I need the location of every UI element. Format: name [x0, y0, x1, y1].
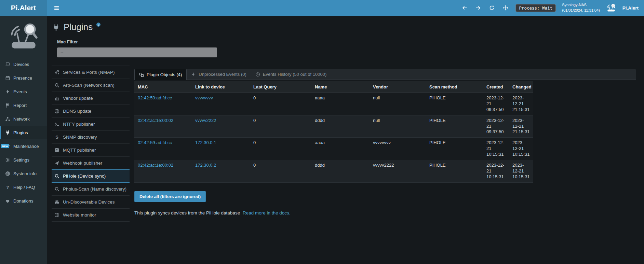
- tab-plugin-objects[interactable]: Plugin Objects (4): [134, 69, 187, 80]
- tab-unprocessed-events[interactable]: Unprocessed Events (0): [187, 69, 251, 80]
- plugin-objects-table: MAC Link to device Last Query Name Vendo…: [134, 81, 533, 183]
- last-query-cell: 0: [250, 160, 311, 183]
- docs-link[interactable]: Read more in the docs.: [243, 210, 291, 216]
- sidebar-item-donations[interactable]: Donations: [0, 194, 47, 208]
- clock-icon: [255, 72, 260, 77]
- sidebar-item-label: Report: [13, 103, 27, 108]
- plugin-item-nmap[interactable]: Services & Ports (NMAP): [52, 66, 130, 79]
- scan-method-cell: PIHOLE: [426, 93, 483, 115]
- sidebar: Devices Presence Events Report Network P…: [0, 16, 47, 264]
- plugin-item-snmp[interactable]: SNMP discovery: [52, 131, 130, 144]
- binoculars-icon: [54, 199, 59, 205]
- plugins-docs-badge[interactable]: ?: [96, 23, 100, 27]
- sidebar-item-network[interactable]: Network: [0, 112, 47, 126]
- vendor-cell: null: [370, 115, 426, 138]
- new-badge: NEW: [1, 144, 9, 148]
- sidebar-item-label: Events: [13, 89, 27, 94]
- column-header-link: Link to device: [192, 81, 250, 93]
- scan-method-cell: PIHOLE: [426, 160, 483, 183]
- forward-button[interactable]: [474, 4, 482, 12]
- topbar-right-cluster: Process: Wait Synology-NAS (01/01/2024, …: [461, 2, 639, 13]
- sidebar-item-label: Donations: [13, 198, 33, 204]
- search-icon: [54, 186, 59, 192]
- plugin-item-arpscan[interactable]: Arp-Scan (Network scan): [52, 79, 130, 92]
- sidebar-item-presence[interactable]: Presence: [0, 71, 47, 85]
- sidebar-item-report[interactable]: Report: [0, 98, 47, 112]
- changed-cell: 2023-12-21 10:15:31: [509, 160, 533, 183]
- mac-filter-label: Mac Filter: [57, 39, 636, 44]
- paper-plane-icon: [54, 161, 59, 166]
- delete-all-button[interactable]: Delete all (filters are ignored): [134, 191, 206, 202]
- changed-cell: 2023-12-21 21:15:31: [509, 93, 533, 115]
- mac-link[interactable]: 02:42:ac:1e:00:02: [138, 118, 173, 123]
- plugin-item-ntfy[interactable]: NTFY publisher: [52, 118, 130, 131]
- mac-link[interactable]: 02:42:59:ad:fd:cc: [138, 95, 172, 100]
- fullscreen-button[interactable]: [502, 4, 509, 12]
- arrow-right-icon: [475, 5, 481, 11]
- device-link[interactable]: vvvvv2222: [195, 118, 216, 123]
- sidebar-item-help-faq[interactable]: Help / FAQ: [0, 180, 47, 194]
- plugin-item-label: Website monitor: [63, 212, 96, 218]
- sidebar-item-events[interactable]: Events: [0, 85, 47, 98]
- app-name-label: Pi.Alert: [622, 5, 639, 11]
- page-title: Plugins ?: [52, 22, 636, 32]
- plugin-item-undiscoverable[interactable]: Un-Discoverable Devices: [52, 196, 130, 209]
- hamburger-icon: [54, 5, 59, 11]
- sidebar-item-devices[interactable]: Devices: [0, 57, 47, 71]
- heart-icon: [5, 198, 10, 204]
- plugin-item-webhook[interactable]: Webhook publisher: [52, 157, 130, 170]
- s-letter-icon: [54, 135, 59, 140]
- plugin-item-label: PiHole (Device sync): [63, 173, 106, 179]
- sidebar-item-system-info[interactable]: System info: [0, 167, 47, 180]
- refresh-button[interactable]: [488, 4, 496, 12]
- plugin-item-label: Pholus-Scan (Name discovery): [63, 186, 126, 192]
- plugin-item-vendor-update[interactable]: Vendor update: [52, 92, 130, 105]
- globe-icon: [54, 109, 59, 114]
- tab-label: Plugin Objects (4): [147, 72, 182, 77]
- sidebar-item-label: Plugins: [13, 130, 28, 135]
- sidebar-item-maintenance[interactable]: NEW Maintenance: [0, 139, 47, 153]
- vendor-cell: vvvvvvvv: [370, 138, 426, 160]
- brand-logo[interactable]: Pi.Alert: [0, 0, 47, 16]
- sidebar-item-label: Presence: [13, 75, 32, 81]
- column-header-mac: MAC: [134, 81, 192, 93]
- created-cell: 2023-12-21 10:15:31: [483, 138, 509, 160]
- mac-filter-input[interactable]: [57, 47, 217, 57]
- table-row: 02:42:59:ad:fd:cc vvvvvvvv 0 aaaa null P…: [134, 93, 533, 115]
- plugin-item-ddns-update[interactable]: DDNS update: [52, 105, 130, 118]
- last-query-cell: 0: [250, 115, 311, 138]
- objects-icon: [139, 72, 144, 77]
- device-link[interactable]: 172.30.0.1: [195, 140, 216, 145]
- plug-icon: [5, 130, 10, 135]
- device-link[interactable]: vvvvvvvv: [195, 95, 213, 100]
- sidebar-item-label: Settings: [13, 157, 29, 163]
- sidebar-toggle-button[interactable]: [52, 4, 61, 12]
- changed-cell: 2023-12-21 10:15:31: [509, 138, 533, 160]
- globe-icon: [54, 212, 59, 218]
- process-status-badge: Process: Wait: [515, 4, 556, 12]
- device-link[interactable]: 172.30.0.2: [195, 163, 216, 168]
- name-cell: aaaa: [311, 138, 370, 160]
- name-cell: dddd: [311, 115, 370, 138]
- arrow-left-icon: [462, 5, 467, 11]
- plugin-item-pholus[interactable]: Pholus-Scan (Name discovery): [52, 183, 130, 196]
- plugin-item-label: DDNS update: [63, 109, 91, 114]
- plugin-description: This plugin syncs devices from the PiHol…: [134, 210, 636, 216]
- tab-events-history[interactable]: Events History (50 out of 10000): [251, 69, 331, 80]
- router-magnifier-logo-icon: [7, 22, 40, 51]
- plugin-description-text: This plugin syncs devices from the PiHol…: [134, 210, 240, 216]
- mac-link[interactable]: 02:42:59:ad:fd:cc: [138, 140, 172, 145]
- name-cell: aaaa: [311, 93, 370, 115]
- network-icon: [5, 116, 10, 122]
- plugin-item-mqtt[interactable]: MQTT publisher: [52, 144, 130, 157]
- table-header-row: MAC Link to device Last Query Name Vendo…: [134, 81, 533, 93]
- mac-link[interactable]: 02:42:ac:1e:00:02: [138, 163, 173, 168]
- plugin-item-label: NTFY publisher: [63, 122, 95, 127]
- globe-icon: [5, 171, 10, 176]
- plugin-item-pihole[interactable]: PiHole (Device sync): [52, 169, 130, 183]
- sidebar-item-settings[interactable]: Settings: [0, 153, 47, 167]
- sidebar-item-label: System info: [13, 171, 37, 176]
- back-button[interactable]: [461, 4, 468, 12]
- plugin-item-website-monitor[interactable]: Website monitor: [52, 209, 130, 222]
- sidebar-item-plugins[interactable]: Plugins: [0, 126, 47, 139]
